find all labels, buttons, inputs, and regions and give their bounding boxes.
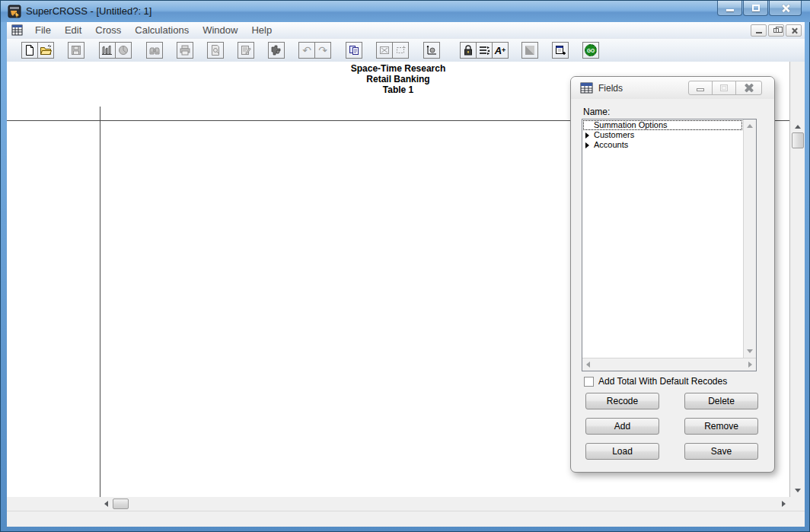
font-size-button[interactable]: A+ — [492, 42, 509, 59]
padlock-icon — [462, 44, 474, 56]
fields-dialog-titlebar[interactable]: Fields — [571, 77, 774, 99]
field-item-accounts[interactable]: Accounts — [583, 140, 742, 150]
selection-box-icon — [394, 44, 407, 56]
list-vertical-scrollbar[interactable] — [743, 119, 756, 358]
remove-button[interactable]: Remove — [684, 418, 758, 435]
horizontal-scrollbar-thumb[interactable] — [113, 499, 129, 509]
table-row-header-line — [100, 107, 100, 497]
horizontal-scrollbar[interactable] — [7, 497, 805, 511]
dialog-maximize-icon — [720, 84, 728, 91]
expander-icon[interactable] — [585, 142, 589, 148]
bar-chart-icon — [101, 44, 113, 56]
derivations-button[interactable] — [268, 42, 285, 59]
print-preview-button[interactable] — [207, 42, 224, 59]
new-window-button[interactable] — [552, 42, 569, 59]
supercross-window: SuperCROSS - [Untitled?: 1] File Edit Cr… — [0, 0, 810, 532]
child-close-icon — [791, 27, 798, 34]
maximize-button[interactable] — [743, 1, 768, 16]
fields-dialog-icon — [580, 82, 593, 94]
header-line-1: Space-Time Research — [7, 63, 789, 74]
menu-help[interactable]: Help — [244, 22, 279, 38]
new-table-button[interactable] — [21, 42, 38, 59]
scroll-down-icon[interactable] — [795, 489, 801, 492]
close-icon — [781, 4, 790, 13]
shading-button[interactable] — [521, 42, 538, 59]
open-button[interactable] — [37, 42, 54, 59]
vertical-scrollbar-thumb[interactable] — [792, 132, 804, 148]
field-item-customers[interactable]: Customers — [583, 130, 742, 140]
dialog-close-button[interactable] — [735, 81, 762, 95]
copy-button[interactable] — [346, 42, 362, 59]
minimize-icon — [726, 9, 734, 11]
list-scroll-right-icon[interactable] — [748, 362, 752, 368]
select-area-button[interactable] — [392, 42, 409, 59]
child-close-button[interactable] — [786, 24, 802, 37]
lock-button[interactable] — [460, 42, 477, 59]
list-scroll-up-icon[interactable] — [747, 124, 753, 128]
add-total-checkbox[interactable] — [584, 377, 594, 387]
find-button[interactable] — [146, 42, 163, 59]
open-folder-icon — [40, 44, 52, 56]
shade-square-icon — [524, 44, 536, 56]
scroll-left-icon[interactable] — [104, 501, 108, 507]
document-icon[interactable] — [11, 24, 24, 37]
expander-icon[interactable] — [585, 132, 589, 139]
fields-listbox[interactable]: Summation Options Customers Accounts — [582, 119, 757, 371]
list-scroll-down-icon[interactable] — [747, 349, 753, 353]
binoculars-icon — [148, 44, 161, 56]
menu-window[interactable]: Window — [196, 22, 244, 38]
vertical-scrollbar[interactable] — [789, 62, 805, 497]
clear-selection-button[interactable] — [376, 42, 393, 59]
add-button[interactable]: Add — [585, 418, 659, 435]
field-list-button[interactable] — [476, 42, 493, 59]
add-total-row: Add Total With Default Recodes — [584, 376, 727, 387]
child-minimize-button[interactable] — [751, 24, 767, 37]
status-bar — [7, 511, 805, 527]
svg-text:GO: GO — [587, 48, 595, 53]
menu-cross[interactable]: Cross — [88, 22, 128, 38]
title-bar[interactable]: SuperCROSS - [Untitled?: 1] — [1, 1, 810, 22]
toolbar: ↶ ↷ A+ GO — [7, 39, 805, 62]
dialog-close-icon — [745, 84, 753, 92]
delete-button[interactable]: Delete — [684, 393, 758, 409]
font-plus-icon: + — [502, 46, 505, 54]
menu-edit[interactable]: Edit — [58, 22, 88, 38]
child-restore-button[interactable] — [768, 24, 784, 37]
save-floppy-icon — [70, 44, 82, 56]
field-item-label: Summation Options — [594, 120, 668, 129]
child-minimize-icon — [756, 32, 762, 33]
list-scroll-left-icon[interactable] — [586, 362, 590, 368]
save-field-button[interactable]: Save — [684, 443, 758, 460]
scroll-up-icon[interactable] — [795, 125, 801, 129]
add-total-label: Add Total With Default Recodes — [598, 376, 727, 387]
load-button[interactable]: Load — [585, 443, 659, 460]
dialog-maximize-button[interactable] — [712, 81, 736, 95]
copy-icon — [348, 44, 360, 56]
child-restore-icon — [773, 28, 779, 33]
menu-calculations[interactable]: Calculations — [128, 22, 196, 38]
table-view-button[interactable] — [99, 42, 116, 59]
redo-button[interactable]: ↷ — [314, 42, 331, 59]
chart-view-button[interactable] — [115, 42, 132, 59]
field-item-summation-options[interactable]: Summation Options — [583, 120, 742, 130]
field-item-label: Customers — [594, 130, 634, 139]
close-button[interactable] — [769, 1, 802, 16]
list-horizontal-scrollbar[interactable] — [582, 358, 756, 371]
print-button[interactable] — [177, 42, 193, 59]
app-icon — [8, 5, 21, 18]
edit-button[interactable] — [238, 42, 254, 59]
minimize-button[interactable] — [717, 1, 742, 16]
scroll-right-icon[interactable] — [782, 501, 786, 507]
save-button[interactable] — [68, 42, 85, 59]
menu-file[interactable]: File — [28, 22, 58, 38]
new-page-icon — [24, 44, 36, 56]
fields-dialog-title: Fields — [598, 83, 623, 94]
go-button[interactable]: GO — [582, 42, 599, 59]
pie-chart-icon — [117, 44, 129, 56]
recode-button[interactable]: Recode — [585, 393, 659, 409]
graph-button[interactable] — [423, 42, 440, 59]
axis-point-icon — [426, 44, 438, 56]
dialog-minimize-button[interactable] — [688, 81, 713, 95]
undo-button[interactable]: ↶ — [298, 42, 315, 59]
maximize-icon — [752, 5, 760, 11]
